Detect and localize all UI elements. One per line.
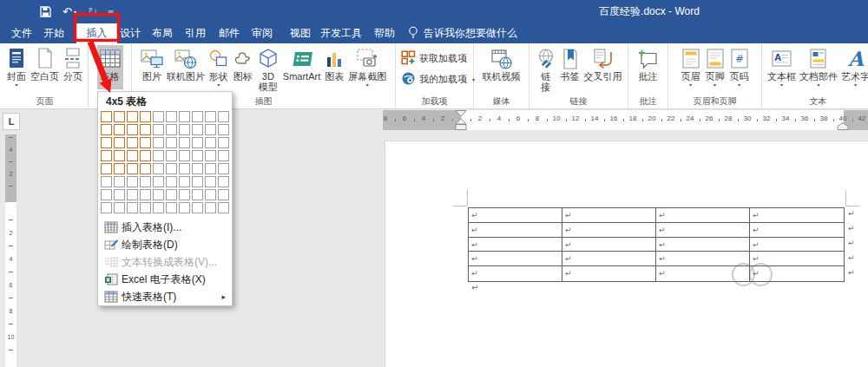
grid-cell-9x5[interactable]: [205, 163, 216, 174]
grid-cell-6x1[interactable]: [166, 111, 177, 122]
grid-cell-1x1[interactable]: [101, 111, 112, 122]
grid-cell-3x8[interactable]: [127, 202, 138, 213]
tell-me-box[interactable]: 告诉我你想要做什么: [408, 23, 517, 43]
grid-cell-5x7[interactable]: [153, 189, 164, 200]
grid-cell-3x1[interactable]: [127, 111, 138, 122]
table-cell[interactable]: ↵: [656, 266, 750, 281]
menu-item-Excel 电子表格X[interactable]: Excel 电子表格(X): [98, 271, 232, 288]
grid-cell-8x2[interactable]: [192, 124, 203, 135]
table-cell[interactable]: ↵: [469, 266, 562, 281]
table-cell[interactable]: ↵: [562, 223, 656, 238]
tab-布局[interactable]: 布局: [147, 23, 178, 43]
3d-models-button[interactable]: 3D模型: [255, 45, 281, 93]
grid-cell-6x4[interactable]: [166, 150, 177, 161]
table-cell[interactable]: ↵: [656, 223, 750, 238]
grid-cell-1x7[interactable]: [101, 189, 112, 200]
tab-设计[interactable]: 设计: [115, 23, 146, 43]
grid-cell-8x1[interactable]: [192, 111, 203, 122]
grid-cell-2x8[interactable]: [114, 202, 125, 213]
horizontal-ruler[interactable]: 8642246810121416182022242628303234363840…: [383, 110, 868, 130]
table-cell[interactable]: ↵: [656, 208, 750, 223]
grid-cell-7x7[interactable]: [179, 189, 190, 200]
tab-开始[interactable]: 开始: [38, 23, 69, 43]
grid-cell-8x5[interactable]: [192, 163, 203, 174]
table-button[interactable]: 表格▾: [97, 45, 123, 89]
grid-cell-4x1[interactable]: [140, 111, 151, 122]
tab-邮件[interactable]: 邮件: [214, 23, 245, 43]
menu-item-快速表格T[interactable]: 快速表格(T)▸: [98, 288, 232, 305]
grid-cell-8x4[interactable]: [192, 150, 203, 161]
grid-cell-1x3[interactable]: [101, 137, 112, 148]
tab-审阅[interactable]: 审阅: [247, 23, 278, 43]
grid-cell-4x5[interactable]: [140, 163, 151, 174]
grid-cell-7x2[interactable]: [179, 124, 190, 135]
grid-cell-4x6[interactable]: [140, 176, 151, 187]
grid-cell-7x3[interactable]: [179, 137, 190, 148]
grid-cell-2x5[interactable]: [114, 163, 125, 174]
get-add-ins-button[interactable]: 获取加载项: [401, 50, 470, 67]
grid-cell-5x1[interactable]: [153, 111, 164, 122]
table-size-grid[interactable]: [98, 111, 232, 213]
grid-cell-2x3[interactable]: [114, 137, 125, 148]
online-pictures-button[interactable]: 联机图片: [165, 45, 207, 82]
text-box-button[interactable]: A文本框▾: [766, 45, 798, 89]
grid-cell-6x8[interactable]: [166, 202, 177, 213]
grid-cell-4x3[interactable]: [140, 137, 151, 148]
table-cell[interactable]: ↵: [469, 208, 562, 223]
grid-cell-1x2[interactable]: [101, 124, 112, 135]
page-break-button[interactable]: 分页: [61, 45, 85, 82]
grid-cell-10x5[interactable]: [218, 163, 229, 174]
table-cell[interactable]: ↵: [562, 252, 656, 266]
link-button[interactable]: 链接: [534, 45, 558, 93]
grid-cell-4x2[interactable]: [140, 124, 151, 135]
comment-button[interactable]: 批注: [635, 45, 661, 82]
table-cell[interactable]: ↵: [562, 208, 656, 223]
grid-cell-9x2[interactable]: [205, 124, 216, 135]
vertical-ruler[interactable]: 42246810: [5, 134, 16, 367]
tab-开发工具[interactable]: 开发工具: [317, 23, 365, 43]
cross-reference-button[interactable]: 交叉引用: [582, 45, 624, 82]
grid-cell-6x6[interactable]: [166, 176, 177, 187]
grid-cell-2x2[interactable]: [114, 124, 125, 135]
tab-视图[interactable]: 视图: [285, 23, 316, 43]
menu-item-插入表格I[interactable]: 插入表格(I)...: [98, 219, 232, 236]
document-page[interactable]: ↵↵↵↵↵↵↵↵↵↵↵↵↵↵↵↵↵↵↵↵↵↵↵↵↵↵: [385, 141, 868, 367]
grid-cell-8x8[interactable]: [192, 202, 203, 213]
shapes-button[interactable]: 形状▾: [207, 45, 231, 89]
grid-cell-9x3[interactable]: [205, 137, 216, 148]
table-cell[interactable]: ↵: [656, 252, 750, 266]
customize-qat-icon[interactable]: ═: [108, 9, 114, 16]
grid-cell-10x1[interactable]: [218, 111, 229, 122]
grid-cell-7x1[interactable]: [179, 111, 190, 122]
grid-cell-1x8[interactable]: [101, 202, 112, 213]
grid-cell-3x5[interactable]: [127, 163, 138, 174]
undo-icon[interactable]: ↶▾: [62, 6, 76, 17]
grid-cell-5x2[interactable]: [153, 124, 164, 135]
table-cell[interactable]: ↵: [562, 238, 656, 252]
tab-引用[interactable]: 引用: [180, 23, 211, 43]
bookmark-button[interactable]: 书签: [558, 45, 582, 82]
grid-cell-4x8[interactable]: [140, 202, 151, 213]
page-number-button[interactable]: #页码▾: [727, 45, 752, 89]
table-cell[interactable]: ↵: [656, 238, 750, 252]
table-cell[interactable]: ↵: [750, 252, 844, 266]
grid-cell-6x5[interactable]: [166, 163, 177, 174]
grid-cell-8x6[interactable]: [192, 176, 203, 187]
smartart-button[interactable]: SmartArt: [281, 45, 322, 82]
grid-cell-7x6[interactable]: [179, 176, 190, 187]
grid-cell-3x2[interactable]: [127, 124, 138, 135]
grid-cell-9x1[interactable]: [205, 111, 216, 122]
grid-cell-2x7[interactable]: [114, 189, 125, 200]
quick-parts-button[interactable]: 文档部件▾: [798, 45, 839, 89]
grid-cell-9x7[interactable]: [205, 189, 216, 200]
table-cell[interactable]: ↵: [750, 223, 844, 238]
grid-cell-3x6[interactable]: [127, 176, 138, 187]
grid-cell-10x4[interactable]: [218, 150, 229, 161]
grid-cell-10x7[interactable]: [218, 189, 229, 200]
save-icon[interactable]: [40, 6, 51, 17]
grid-cell-5x3[interactable]: [153, 137, 164, 148]
grid-cell-9x4[interactable]: [205, 150, 216, 161]
chart-button[interactable]: 图表: [322, 45, 346, 82]
grid-cell-4x4[interactable]: [140, 150, 151, 161]
menu-item-绘制表格D[interactable]: 绘制表格(D): [98, 236, 232, 253]
